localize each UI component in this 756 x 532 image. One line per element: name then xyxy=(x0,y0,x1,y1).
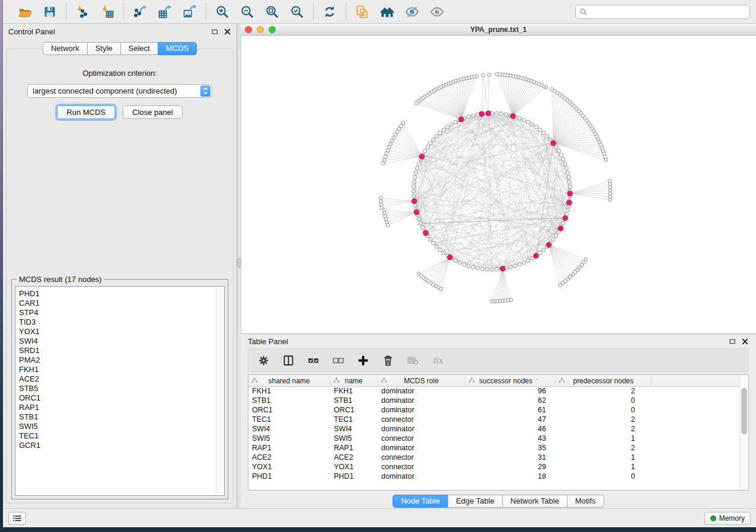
table-header-row: shared namenameMCDS rolesuccessor nodesp… xyxy=(248,375,739,387)
result-list-item[interactable]: STB1 xyxy=(19,412,216,422)
result-list-item[interactable]: CAR1 xyxy=(19,299,216,308)
delete-columns-button[interactable] xyxy=(380,352,395,368)
import-table-button[interactable] xyxy=(98,3,116,21)
table-cell: 2 xyxy=(556,387,652,396)
table-row[interactable]: TEC1TEC1connector472 xyxy=(248,415,739,425)
search-input[interactable] xyxy=(591,8,746,16)
zoom-in-button[interactable] xyxy=(213,3,231,21)
table-scrollbar-thumb[interactable] xyxy=(741,388,747,434)
result-list-scrollbar[interactable] xyxy=(216,287,224,495)
table-cell: ORC1 xyxy=(330,406,378,415)
show-graphics-details-button[interactable] xyxy=(428,3,446,21)
table-cell: SWI4 xyxy=(330,425,378,434)
network-canvas[interactable] xyxy=(241,36,756,334)
close-panel-button[interactable]: Close panel xyxy=(123,105,183,119)
result-list-item[interactable]: YOX1 xyxy=(19,327,216,336)
table-row[interactable]: SWI4SWI4dominator462 xyxy=(248,425,739,434)
table-panel: Table Panel f(x) shar xyxy=(241,334,756,508)
result-list-item[interactable]: ACE2 xyxy=(19,374,216,384)
network-overview-button[interactable] xyxy=(378,3,396,21)
column-header-label: predecessor nodes xyxy=(573,377,633,385)
result-list-item[interactable]: RAP1 xyxy=(19,403,216,412)
table-scrollbar[interactable] xyxy=(739,375,748,490)
result-list-item[interactable]: GCR1 xyxy=(19,441,216,450)
open-session-button[interactable] xyxy=(16,3,34,21)
result-list-item[interactable]: STP4 xyxy=(19,308,216,318)
refresh-layout-button[interactable] xyxy=(321,3,339,21)
add-column-button[interactable] xyxy=(355,352,371,368)
table-cell: SWI5 xyxy=(330,434,378,444)
save-session-button[interactable] xyxy=(41,3,59,21)
result-list-item[interactable]: SWI4 xyxy=(19,336,216,346)
hide-graphics-details-button[interactable] xyxy=(403,3,421,21)
export-network-button[interactable] xyxy=(131,3,149,21)
table-row[interactable]: ORC1ORC1dominator610 xyxy=(248,406,739,415)
result-list-item[interactable]: TID3 xyxy=(19,318,216,327)
unselect-all-columns-button[interactable] xyxy=(330,352,346,368)
table-row[interactable]: SWI5SWI5connector431 xyxy=(248,434,739,444)
run-mcds-button[interactable]: Run MCDS xyxy=(57,105,115,119)
table-row[interactable]: FKH1FKH1dominator962 xyxy=(248,387,739,396)
table-cell: connector xyxy=(378,434,465,444)
open-session-icon xyxy=(18,5,32,19)
tab-motifs[interactable]: Motifs xyxy=(567,495,604,508)
copy-network-icon xyxy=(355,5,369,19)
table-settings-button[interactable] xyxy=(256,352,271,368)
mcds-result-list[interactable]: PHD1CAR1STP4TID3YOX1SWI4SRD1PMA2FKH1ACE2… xyxy=(15,286,225,496)
tab-select[interactable]: Select xyxy=(120,42,158,55)
tab-mcds[interactable]: MCDS xyxy=(158,42,197,55)
float-table-panel-icon[interactable] xyxy=(729,338,736,345)
table-cell: 18 xyxy=(465,472,556,482)
result-list-item[interactable]: PMA2 xyxy=(19,355,216,365)
result-list-item[interactable]: ORC1 xyxy=(19,393,216,403)
zoom-out-button[interactable] xyxy=(238,3,256,21)
fit-columns-button[interactable] xyxy=(280,352,296,368)
function-builder-button: f(x) xyxy=(430,352,445,368)
zoom-selected-button[interactable] xyxy=(288,3,306,21)
table-cell: connector xyxy=(378,415,465,425)
minimize-window-button[interactable] xyxy=(257,26,264,33)
result-list-item[interactable]: TEC1 xyxy=(19,431,216,441)
result-list-item[interactable]: STB5 xyxy=(19,384,216,393)
tab-style[interactable]: Style xyxy=(87,42,121,55)
result-list-item[interactable]: PHD1 xyxy=(19,289,216,299)
select-spinner-icon xyxy=(200,85,210,97)
show-log-button[interactable] xyxy=(8,512,26,525)
save-session-icon xyxy=(43,5,57,19)
close-panel-icon[interactable] xyxy=(224,28,231,36)
table-row[interactable]: PHD1PHD1dominator180 xyxy=(248,472,739,482)
table-row[interactable]: ACE2ACE2connector311 xyxy=(248,453,739,463)
tab-network-table[interactable]: Network Table xyxy=(502,495,567,508)
zoom-fit-button[interactable] xyxy=(263,3,281,21)
float-panel-icon[interactable] xyxy=(211,28,219,36)
copy-network-button[interactable] xyxy=(353,3,371,21)
tab-edge-table[interactable]: Edge Table xyxy=(448,495,503,508)
toolbar-groups xyxy=(9,3,453,21)
import-network-button[interactable] xyxy=(74,3,91,21)
export-image-button[interactable] xyxy=(181,3,199,21)
column-header-MCDS-role[interactable]: MCDS role xyxy=(378,375,465,386)
zoom-window-button[interactable] xyxy=(269,26,276,33)
tab-network[interactable]: Network xyxy=(43,42,88,55)
column-header-predecessor-nodes[interactable]: predecessor nodes xyxy=(556,375,652,386)
table-row[interactable]: STB1STB1dominator620 xyxy=(248,396,739,406)
select-all-columns-button[interactable] xyxy=(305,352,321,368)
criterion-select[interactable]: largest connected component (undirected) xyxy=(27,84,212,98)
column-header-shared-name[interactable]: shared name xyxy=(248,375,330,386)
result-list-item[interactable]: SWI5 xyxy=(19,422,216,431)
column-header-name[interactable]: name xyxy=(330,375,378,386)
export-table-button[interactable] xyxy=(156,3,174,21)
network-overview-icon xyxy=(380,5,394,19)
close-table-panel-icon[interactable] xyxy=(741,338,749,345)
table-row[interactable]: YOX1YOX1connector291 xyxy=(248,463,739,472)
column-header-successor-nodes[interactable]: successor nodes xyxy=(465,375,556,386)
result-list-item[interactable]: FKH1 xyxy=(19,365,216,374)
result-list-item[interactable]: SRD1 xyxy=(19,346,216,355)
memory-button[interactable]: Memory xyxy=(704,512,751,525)
import-table-file-button xyxy=(405,352,420,368)
tab-node-table[interactable]: Node Table xyxy=(393,495,448,508)
table-cell: 47 xyxy=(465,415,556,425)
close-window-button[interactable] xyxy=(245,26,252,33)
window-traffic-lights xyxy=(245,26,276,33)
table-row[interactable]: RAP1RAP1dominator352 xyxy=(248,444,739,453)
